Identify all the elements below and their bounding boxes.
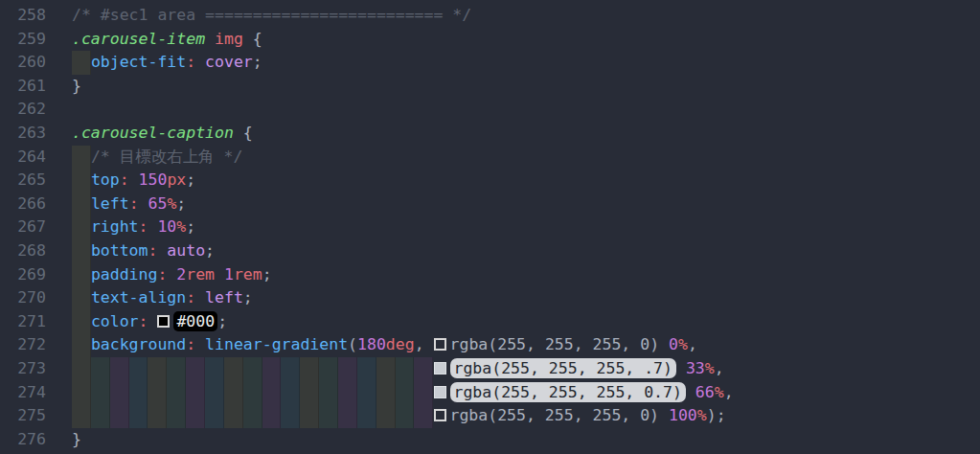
token-plain: ; bbox=[262, 265, 272, 284]
line-number[interactable]: 274 bbox=[0, 381, 46, 405]
token-plain: ; bbox=[243, 288, 253, 306]
token-colon: : bbox=[139, 312, 148, 330]
token-prop: bottom bbox=[91, 241, 148, 260]
token-colon: : bbox=[120, 170, 129, 189]
token-unit: % bbox=[697, 406, 707, 424]
code-content: text-align: left; bbox=[46, 286, 253, 310]
code-line[interactable]: 265 top: 150px; bbox=[0, 169, 980, 193]
token-num: 66 bbox=[695, 383, 715, 401]
token-plain bbox=[72, 265, 91, 284]
line-number[interactable]: 263 bbox=[0, 122, 46, 146]
line-number[interactable]: 270 bbox=[0, 286, 46, 310]
line-number[interactable]: 259 bbox=[0, 28, 46, 52]
line-number[interactable]: 258 bbox=[0, 4, 46, 28]
token-plain: ; bbox=[186, 217, 195, 236]
token-plain bbox=[72, 241, 91, 260]
color-swatch-outline[interactable] bbox=[434, 338, 446, 351]
token-plain bbox=[676, 359, 686, 377]
line-number[interactable]: 271 bbox=[0, 310, 46, 334]
code-line[interactable]: 272 background: linear-gradient(180deg, … bbox=[0, 333, 980, 357]
code-content: object-fit: cover; bbox=[46, 51, 262, 75]
token-plain bbox=[195, 53, 205, 71]
code-content: /* #sec1 area ========================= … bbox=[46, 4, 471, 28]
code-content: rgba(255, 255, 255, .7) 33%, bbox=[46, 357, 724, 381]
color-swatch-filled[interactable] bbox=[434, 362, 446, 375]
line-number[interactable]: 260 bbox=[0, 51, 46, 75]
token-plain bbox=[167, 265, 176, 284]
code-line[interactable]: 271 color: #000; bbox=[0, 310, 980, 334]
color-swatch-black[interactable] bbox=[157, 315, 170, 328]
code-line[interactable]: 270 text-align: left; bbox=[0, 286, 980, 310]
token-plain bbox=[72, 359, 434, 377]
token-plain bbox=[72, 383, 434, 401]
code-content: bottom: auto; bbox=[46, 239, 215, 263]
color-swatch-filled[interactable] bbox=[434, 386, 446, 398]
line-number[interactable]: 275 bbox=[0, 404, 46, 428]
token-selector: .carousel-item bbox=[72, 30, 205, 48]
line-number[interactable]: 268 bbox=[0, 239, 46, 263]
color-value-pill: #000 bbox=[173, 311, 217, 331]
token-plain bbox=[72, 335, 91, 353]
code-content: right: 10%; bbox=[46, 216, 195, 239]
token-prop: right bbox=[91, 217, 139, 236]
code-line[interactable]: 263.carousel-caption { bbox=[0, 122, 980, 146]
token-plain bbox=[686, 383, 695, 401]
token-comment: /* 目標改右上角 */ bbox=[91, 148, 243, 166]
code-line[interactable]: 276} bbox=[0, 428, 980, 452]
code-line[interactable]: 260 object-fit: cover; bbox=[0, 51, 980, 75]
token-num: 180 bbox=[357, 335, 386, 353]
line-number[interactable]: 267 bbox=[0, 216, 46, 239]
color-value-pill: rgba(255, 255, 255, 0.7) bbox=[450, 382, 686, 402]
token-num: 33 bbox=[686, 359, 705, 377]
token-colon: : bbox=[186, 53, 195, 71]
token-plain: , bbox=[415, 335, 434, 353]
line-number[interactable]: 265 bbox=[0, 169, 46, 193]
token-comment: /* #sec1 area ========================= … bbox=[72, 6, 471, 24]
line-number[interactable]: 264 bbox=[0, 146, 46, 170]
line-number[interactable]: 269 bbox=[0, 263, 46, 287]
code-line[interactable]: 268 bottom: auto; bbox=[0, 239, 980, 263]
line-number[interactable]: 272 bbox=[0, 333, 46, 357]
code-line[interactable]: 269 padding: 2rem 1rem; bbox=[0, 263, 980, 287]
token-plain bbox=[195, 335, 205, 353]
token-plain: } bbox=[72, 77, 81, 95]
token-num: 150 bbox=[139, 170, 168, 189]
code-line[interactable]: 267 right: 10%; bbox=[0, 216, 980, 239]
code-line[interactable]: 273 rgba(255, 255, 255, .7) 33%, bbox=[0, 357, 980, 381]
token-prop: background bbox=[91, 335, 186, 353]
code-content: left: 65%; bbox=[46, 193, 186, 216]
code-content: padding: 2rem 1rem; bbox=[46, 263, 272, 287]
editor-lines: 258/* #sec1 area =======================… bbox=[0, 4, 980, 451]
line-number[interactable]: 262 bbox=[0, 98, 46, 122]
code-content: color: #000; bbox=[46, 310, 227, 334]
token-plain: { bbox=[243, 30, 262, 48]
code-line[interactable]: 275 rgba(255, 255, 255, 0) 100%); bbox=[0, 404, 980, 428]
token-unit: px bbox=[167, 170, 186, 189]
token-unit: % bbox=[715, 383, 724, 401]
color-swatch-outline[interactable] bbox=[434, 409, 446, 421]
code-line[interactable]: 259.carousel-item img { bbox=[0, 28, 980, 52]
token-plain bbox=[72, 53, 91, 71]
token-plain: ( bbox=[348, 335, 357, 353]
token-plain: ; bbox=[205, 241, 215, 260]
token-plain bbox=[72, 194, 91, 213]
token-plain: , bbox=[715, 359, 724, 377]
token-colon: : bbox=[186, 335, 195, 353]
token-prop: object-fit bbox=[91, 53, 186, 71]
code-line[interactable]: 261} bbox=[0, 75, 980, 99]
color-value-pill: rgba(255, 255, 255, .7) bbox=[450, 358, 676, 378]
code-line[interactable]: 258/* #sec1 area =======================… bbox=[0, 4, 980, 28]
line-number[interactable]: 273 bbox=[0, 357, 46, 381]
code-line[interactable]: 274 rgba(255, 255, 255, 0.7) 66%, bbox=[0, 381, 980, 405]
code-line[interactable]: 264 /* 目標改右上角 */ bbox=[0, 146, 980, 170]
token-val: cover bbox=[205, 53, 253, 71]
code-line[interactable]: 262 bbox=[0, 98, 980, 122]
line-number[interactable]: 261 bbox=[0, 75, 46, 99]
line-number[interactable]: 276 bbox=[0, 428, 46, 452]
token-prop: padding bbox=[91, 265, 158, 284]
token-plain: { bbox=[234, 124, 253, 142]
code-line[interactable]: 266 left: 65%; bbox=[0, 193, 980, 216]
code-content: .carousel-item img { bbox=[46, 28, 262, 52]
line-number[interactable]: 266 bbox=[0, 193, 46, 216]
token-num: 100 bbox=[669, 406, 697, 424]
